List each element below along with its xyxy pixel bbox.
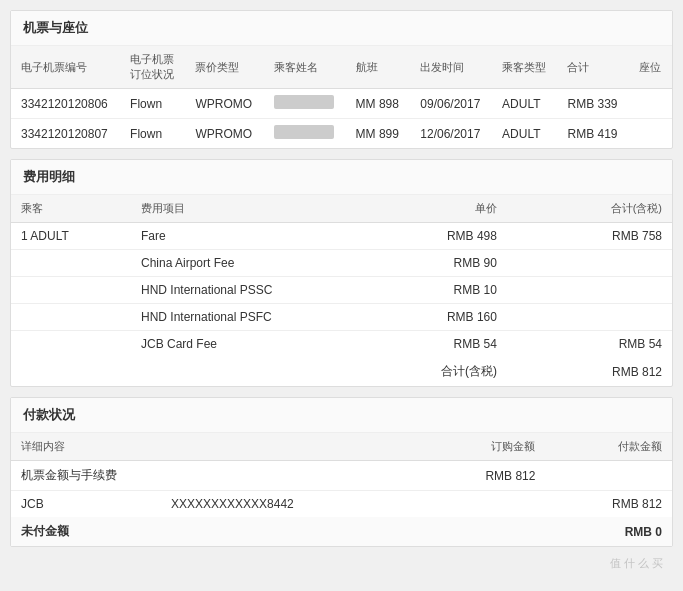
ticket-fare-type: WPROMO xyxy=(185,119,263,149)
fee-passenger xyxy=(11,250,131,277)
fee-item: HND International PSSC xyxy=(131,277,331,304)
ticket-departure: 09/06/2017 xyxy=(410,89,492,119)
fee-unit-price: RMB 54 xyxy=(331,331,507,358)
payment-detail: JCB xyxy=(11,491,161,518)
ticket-status: Flown xyxy=(120,119,185,149)
unpaid-label: 未付金额 xyxy=(11,517,161,546)
ticket-no: 3342120120807 xyxy=(11,119,120,149)
pay-col-card xyxy=(161,433,419,461)
fee-passenger xyxy=(11,331,131,358)
ticket-flight: MM 898 xyxy=(346,89,411,119)
fee-item: JCB Card Fee xyxy=(131,331,331,358)
fee-row: HND International PSFC RMB 160 xyxy=(11,304,672,331)
payment-row: JCB XXXXXXXXXXXX8442 RMB 812 xyxy=(11,491,672,518)
fee-passenger xyxy=(11,304,131,331)
fee-passenger xyxy=(11,277,131,304)
payment-section: 付款状况 详细内容 订购金额 付款金额 机票金额与手续费 RMB 812 JCB… xyxy=(10,397,673,547)
ticket-no: 3342120120806 xyxy=(11,89,120,119)
unpaid-value: RMB 0 xyxy=(545,517,672,546)
fees-table: 乘客 费用项目 单价 合计(含税) 1 ADULT Fare RMB 498 R… xyxy=(11,195,672,386)
ticket-pax-type: ADULT xyxy=(492,89,557,119)
tickets-section: 机票与座位 电子机票编号 电子机票订位状况 票价类型 乘客姓名 航班 出发时间 … xyxy=(10,10,673,149)
payment-order-amount xyxy=(419,491,546,518)
ticket-passenger xyxy=(264,89,346,119)
fee-total xyxy=(507,304,672,331)
payment-title: 付款状况 xyxy=(11,398,672,433)
fee-col-passenger: 乘客 xyxy=(11,195,131,223)
fee-row: 1 ADULT Fare RMB 498 RMB 758 xyxy=(11,223,672,250)
ticket-fare-type: WPROMO xyxy=(185,89,263,119)
payment-card-no: XXXXXXXXXXXX8442 xyxy=(161,491,419,518)
payment-amount xyxy=(545,461,672,491)
col-fare-type: 票价类型 xyxy=(185,46,263,89)
ticket-total: RMB 419 xyxy=(557,119,629,149)
fee-unit-price: RMB 498 xyxy=(331,223,507,250)
col-seat: 座位 xyxy=(629,46,672,89)
fee-unit-price: RMB 90 xyxy=(331,250,507,277)
payment-table: 详细内容 订购金额 付款金额 机票金额与手续费 RMB 812 JCB XXXX… xyxy=(11,433,672,546)
fee-total: RMB 54 xyxy=(507,331,672,358)
ticket-flight: MM 899 xyxy=(346,119,411,149)
fee-unit-price: RMB 160 xyxy=(331,304,507,331)
fee-total xyxy=(507,277,672,304)
ticket-row: 3342120120806 Flown WPROMO MM 898 09/06/… xyxy=(11,89,672,119)
ticket-seat xyxy=(629,89,672,119)
fees-section: 费用明细 乘客 费用项目 单价 合计(含税) 1 ADULT Fare RMB … xyxy=(10,159,673,387)
pay-col-detail: 详细内容 xyxy=(11,433,161,461)
col-passenger: 乘客姓名 xyxy=(264,46,346,89)
ticket-pax-type: ADULT xyxy=(492,119,557,149)
fee-item: HND International PSFC xyxy=(131,304,331,331)
fee-unit-price: RMB 10 xyxy=(331,277,507,304)
col-ticket-no: 电子机票编号 xyxy=(11,46,120,89)
fee-total: RMB 758 xyxy=(507,223,672,250)
fees-title: 费用明细 xyxy=(11,160,672,195)
fee-col-item: 费用项目 xyxy=(131,195,331,223)
ticket-seat xyxy=(629,119,672,149)
payment-unpaid-row: 未付金额 RMB 0 xyxy=(11,517,672,546)
col-departure: 出发时间 xyxy=(410,46,492,89)
tickets-table: 电子机票编号 电子机票订位状况 票价类型 乘客姓名 航班 出发时间 乘客类型 合… xyxy=(11,46,672,148)
payment-amount: RMB 812 xyxy=(545,491,672,518)
fee-row: HND International PSSC RMB 10 xyxy=(11,277,672,304)
fees-grand-total-value: RMB 812 xyxy=(507,357,672,386)
ticket-row: 3342120120807 Flown WPROMO MM 899 12/06/… xyxy=(11,119,672,149)
col-total: 合计 xyxy=(557,46,629,89)
fees-grand-total-row: 合计(含税) RMB 812 xyxy=(11,357,672,386)
payment-detail: 机票金额与手续费 xyxy=(11,461,161,491)
fee-row: JCB Card Fee RMB 54 RMB 54 xyxy=(11,331,672,358)
fee-item: Fare xyxy=(131,223,331,250)
col-flight: 航班 xyxy=(346,46,411,89)
payment-card-no xyxy=(161,461,419,491)
watermark: 值 什 么 买 xyxy=(610,556,663,567)
fees-grand-total-label: 合计(含税) xyxy=(331,357,507,386)
ticket-total: RMB 339 xyxy=(557,89,629,119)
fee-col-total: 合计(含税) xyxy=(507,195,672,223)
fee-passenger: 1 ADULT xyxy=(11,223,131,250)
ticket-status: Flown xyxy=(120,89,185,119)
fee-item: China Airport Fee xyxy=(131,250,331,277)
pay-col-order-amount: 订购金额 xyxy=(419,433,546,461)
payment-row: 机票金额与手续费 RMB 812 xyxy=(11,461,672,491)
payment-order-amount: RMB 812 xyxy=(419,461,546,491)
pay-col-payment-amount: 付款金额 xyxy=(545,433,672,461)
tickets-title: 机票与座位 xyxy=(11,11,672,46)
fee-col-unit-price: 单价 xyxy=(331,195,507,223)
ticket-passenger xyxy=(264,119,346,149)
ticket-departure: 12/06/2017 xyxy=(410,119,492,149)
col-pax-type: 乘客类型 xyxy=(492,46,557,89)
fee-total xyxy=(507,250,672,277)
col-status: 电子机票订位状况 xyxy=(120,46,185,89)
fee-row: China Airport Fee RMB 90 xyxy=(11,250,672,277)
